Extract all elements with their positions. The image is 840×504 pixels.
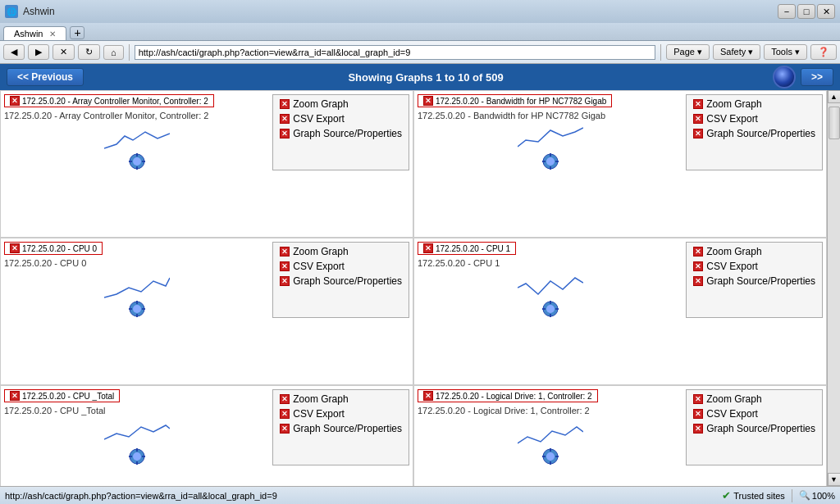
next-button[interactable]: >>	[801, 68, 833, 86]
back-button[interactable]: ◀	[3, 44, 25, 60]
graph-5-csv[interactable]: ✕ CSV Export	[276, 406, 405, 421]
refresh-button[interactable]: ↻	[78, 44, 100, 60]
lock-icon: ✔	[722, 489, 731, 502]
active-tab[interactable]: Ashwin ✕	[3, 26, 66, 40]
status-separator	[792, 489, 792, 502]
graph-3-title-row: ✕ 172.25.0.20 - CPU 0	[4, 242, 269, 255]
graph-3-zoom[interactable]: ✕ Zoom Graph	[276, 244, 405, 259]
graph-3-visual	[4, 271, 269, 318]
zoom-icon-1: ✕	[280, 99, 290, 109]
graph-6-csv[interactable]: ✕ CSV Export	[690, 406, 819, 421]
graph-6-close[interactable]: ✕	[423, 391, 433, 401]
graph-3-context-menu: ✕ Zoom Graph ✕ CSV Export ✕ Graph Source…	[272, 242, 409, 318]
restore-button[interactable]: □	[797, 4, 815, 19]
graph-2-line-chart	[518, 124, 583, 152]
graph-5-badge: ✕ 172.25.0.20 - CPU _Total	[4, 389, 120, 402]
zoom-icon-3: ✕	[280, 247, 290, 257]
source-icon-4: ✕	[693, 276, 703, 286]
scroll-down-button[interactable]: ▼	[828, 473, 841, 486]
close-button[interactable]: ✕	[817, 4, 835, 19]
graph-3-csv[interactable]: ✕ CSV Export	[276, 259, 405, 274]
graph-4-zoom[interactable]: ✕ Zoom Graph	[690, 244, 819, 259]
source-icon-1: ✕	[280, 129, 290, 138]
forward-button[interactable]: ▶	[28, 44, 49, 60]
graph-cell-5: ✕ 172.25.0.20 - CPU _Total 172.25.0.20 -…	[0, 385, 413, 486]
graph-3-gear	[128, 300, 146, 318]
new-tab-button[interactable]: +	[70, 26, 84, 39]
graph-6-gear	[541, 447, 559, 465]
home-button[interactable]: ⌂	[103, 45, 124, 60]
minimize-button[interactable]: −	[778, 4, 796, 19]
browser-icon: 🌐	[5, 5, 18, 18]
graph-2-csv[interactable]: ✕ CSV Export	[690, 111, 819, 126]
graph-6-line-chart	[518, 419, 583, 447]
graph-2-badge-label: 172.25.0.20 - Bandwidth for HP NC7782 Gi…	[436, 97, 606, 106]
graph-3-close[interactable]: ✕	[10, 243, 20, 253]
help-button[interactable]: ❓	[810, 44, 837, 60]
graph-1-zoom[interactable]: ✕ Zoom Graph	[276, 97, 405, 111]
zoom-value: 100%	[812, 491, 835, 501]
svg-rect-3	[136, 166, 138, 170]
graph-3-badge-label: 172.25.0.20 - CPU 0	[22, 244, 97, 253]
graph-4-badge: ✕ 172.25.0.20 - CPU 1	[418, 242, 516, 255]
graph-2-label: 172.25.0.20 - Bandwidth for HP NC7782 Gi…	[418, 111, 682, 120]
address-bar[interactable]	[135, 45, 656, 60]
graph-4-label: 172.25.0.20 - CPU 1	[418, 258, 682, 268]
graph-3-source[interactable]: ✕ Graph Source/Properties	[276, 274, 405, 288]
svg-rect-5	[142, 161, 145, 162]
stop-button[interactable]: ✕	[52, 44, 75, 60]
svg-rect-8	[550, 153, 551, 157]
graph-2-close[interactable]: ✕	[423, 96, 433, 106]
csv-icon-3: ✕	[280, 261, 290, 271]
graph-5-zoom[interactable]: ✕ Zoom Graph	[276, 392, 405, 406]
toolbar: ◀ ▶ ✕ ↻ ⌂ Page ▾ Safety ▾ Tools ▾ ❓	[0, 41, 840, 64]
scroll-thumb[interactable]	[829, 107, 840, 139]
tools-menu[interactable]: Tools ▾	[764, 44, 807, 60]
nav-title: Showing Graphs 1 to 10 of 509	[84, 71, 768, 84]
scroll-up-button[interactable]: ▲	[828, 90, 841, 103]
source-icon-2: ✕	[693, 129, 703, 138]
prev-button[interactable]: << Previous	[7, 68, 84, 86]
graph-1-badge: ✕ 172.25.0.20 - Array Controller Monitor…	[4, 94, 214, 107]
status-url: http://ash/cacti/graph.php?action=view&r…	[5, 491, 715, 501]
svg-rect-26	[136, 448, 138, 452]
graph-cell-2: ✕ 172.25.0.20 - Bandwidth for HP NC7782 …	[413, 90, 827, 238]
graph-5-close[interactable]: ✕	[10, 391, 20, 401]
page-menu[interactable]: Page ▾	[666, 44, 710, 60]
graph-5-source[interactable]: ✕ Graph Source/Properties	[276, 421, 405, 436]
scrollbar: ▲ ▼	[827, 90, 840, 486]
svg-rect-23	[555, 308, 559, 310]
graph-4-context-menu: ✕ Zoom Graph ✕ CSV Export ✕ Graph Source…	[686, 242, 823, 318]
graph-2-title-row: ✕ 172.25.0.20 - Bandwidth for HP NC7782 …	[418, 94, 682, 107]
graph-4-gear	[541, 300, 559, 318]
tab-close-button[interactable]: ✕	[49, 30, 56, 39]
graph-6-source[interactable]: ✕ Graph Source/Properties	[690, 421, 819, 436]
svg-rect-34	[542, 456, 546, 457]
graph-4-close[interactable]: ✕	[423, 243, 433, 253]
graph-4-source[interactable]: ✕ Graph Source/Properties	[690, 274, 819, 288]
svg-rect-16	[129, 308, 132, 310]
svg-rect-10	[542, 161, 546, 162]
csv-icon-5: ✕	[280, 409, 290, 419]
graph-6-label: 172.25.0.20 - Logical Drive: 1, Controll…	[418, 406, 682, 415]
graph-1-source[interactable]: ✕ Graph Source/Properties	[276, 126, 405, 141]
safety-menu[interactable]: Safety ▾	[713, 44, 760, 60]
title-bar: 🌐 Ashwin − □ ✕	[0, 0, 840, 23]
graph-3-badge: ✕ 172.25.0.20 - CPU 0	[4, 242, 103, 255]
status-bar: http://ash/cacti/graph.php?action=view&r…	[0, 486, 840, 504]
graph-1-title-row: ✕ 172.25.0.20 - Array Controller Monitor…	[4, 94, 269, 107]
svg-rect-27	[136, 461, 138, 465]
svg-rect-29	[142, 456, 145, 457]
graph-cell-6: ✕ 172.25.0.20 - Logical Drive: 1, Contro…	[413, 385, 827, 486]
svg-point-31	[546, 452, 555, 461]
graph-1-csv[interactable]: ✕ CSV Export	[276, 111, 405, 126]
graph-4-csv[interactable]: ✕ CSV Export	[690, 259, 819, 274]
graph-6-badge-label: 172.25.0.20 - Logical Drive: 1, Controll…	[436, 392, 592, 401]
graph-6-zoom[interactable]: ✕ Zoom Graph	[690, 392, 819, 406]
source-icon-6: ✕	[693, 424, 703, 434]
graph-6-visual	[418, 419, 682, 465]
graph-2-zoom[interactable]: ✕ Zoom Graph	[690, 97, 819, 111]
graph-1-close[interactable]: ✕	[10, 96, 20, 106]
svg-rect-21	[550, 314, 551, 317]
graph-2-source[interactable]: ✕ Graph Source/Properties	[690, 126, 819, 141]
